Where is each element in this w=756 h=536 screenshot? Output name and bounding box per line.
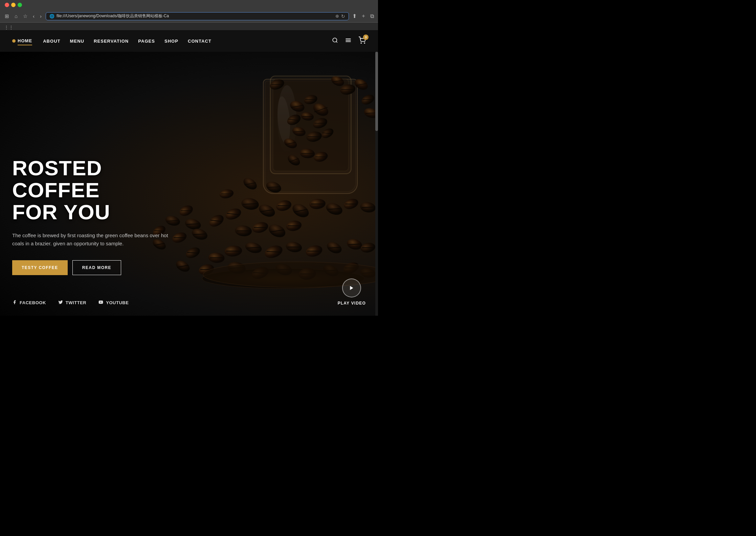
browser-chrome: ⊞ ⌂ ☆ ‹ › 🌐 ⊕ ↻ ⬆ ＋ ⧉ ⋮⋮ <box>0 0 378 30</box>
browser-tab-bar: ⋮⋮ <box>0 23 378 30</box>
hero-content: ROSTED COFFEE FOR YOU The coffee is brew… <box>0 157 196 275</box>
facebook-icon <box>12 300 17 306</box>
svg-marker-135 <box>350 286 353 290</box>
nav-link-shop[interactable]: SHOP <box>164 37 178 45</box>
nav-link-contact[interactable]: CONTACT <box>188 37 212 45</box>
address-input[interactable] <box>57 14 333 19</box>
svg-point-5 <box>364 43 365 43</box>
nav-logo[interactable]: HOME <box>12 37 32 45</box>
nav-link-menu[interactable]: MENU <box>70 37 84 45</box>
forward-button[interactable]: › <box>39 13 43 19</box>
search-icon <box>332 37 338 43</box>
play-icon <box>349 285 354 291</box>
home-button[interactable]: ⌂ <box>13 13 19 19</box>
cart-badge: 3 <box>363 35 369 40</box>
globe-icon: 🌐 <box>49 14 54 19</box>
testy-coffee-button[interactable]: TESTY COFFEE <box>12 260 68 275</box>
grid-dots-icon: ⋮⋮ <box>4 25 14 30</box>
browser-titlebar <box>0 0 378 10</box>
traffic-lights <box>5 3 22 7</box>
svg-point-0 <box>333 38 337 42</box>
toolbar-right: ⬆ ＋ ⧉ <box>352 12 375 20</box>
nav-link-home[interactable]: HOME <box>18 37 32 45</box>
twitter-icon <box>58 300 63 306</box>
read-more-button[interactable]: READ MORE <box>72 260 121 275</box>
twitter-link[interactable]: TWITTER <box>58 300 86 306</box>
hero-title: ROSTED COFFEE FOR YOU <box>12 157 184 223</box>
hero-description: The coffee is brewed by first roasting t… <box>12 231 175 248</box>
site-wrapper: HOME ABOUT MENU RESERVATION PAGES SHOP C… <box>0 30 378 316</box>
hero-social: FACEBOOK TWITTER YOUTUBE <box>12 300 129 306</box>
nav-link-pages[interactable]: PAGES <box>138 37 155 45</box>
nav-links: ABOUT MENU RESERVATION PAGES SHOP CONTAC… <box>43 37 332 45</box>
svg-point-4 <box>361 43 361 43</box>
hero-section: ROSTED COFFEE FOR YOU The coffee is brew… <box>0 52 378 316</box>
hero-buttons: TESTY COFFEE READ MORE <box>12 260 184 275</box>
nav-link-reservation[interactable]: RESERVATION <box>94 37 129 45</box>
new-tab-button[interactable]: ＋ <box>360 12 367 20</box>
youtube-link[interactable]: YOUTUBE <box>98 300 129 306</box>
search-button[interactable] <box>332 37 338 45</box>
bookmark-button[interactable]: ☆ <box>22 13 29 19</box>
copy-button[interactable]: ⧉ <box>370 13 375 20</box>
minimize-button[interactable] <box>11 3 16 7</box>
back-button[interactable]: ‹ <box>31 13 36 19</box>
hamburger-icon <box>345 37 352 44</box>
translate-icon[interactable]: ⊕ <box>335 14 339 19</box>
scrollbar[interactable] <box>375 52 378 316</box>
address-bar-wrap[interactable]: 🌐 ⊕ ↻ <box>46 12 349 20</box>
play-circle <box>342 278 361 297</box>
menu-button[interactable] <box>345 37 352 45</box>
reload-button[interactable]: ↻ <box>341 14 345 19</box>
browser-toolbar: ⊞ ⌂ ☆ ‹ › 🌐 ⊕ ↻ ⬆ ＋ ⧉ <box>0 10 378 23</box>
play-label: PLAY VIDEO <box>338 301 366 306</box>
play-video-button[interactable]: PLAY VIDEO <box>338 278 366 306</box>
close-button[interactable] <box>5 3 9 7</box>
cart-button[interactable]: 3 <box>358 37 366 46</box>
logo-dot-icon <box>12 39 16 43</box>
nav-right: 3 <box>332 37 366 46</box>
scrollbar-thumb[interactable] <box>375 52 378 131</box>
facebook-link[interactable]: FACEBOOK <box>12 300 46 306</box>
nav-link-about[interactable]: ABOUT <box>43 37 60 45</box>
maximize-button[interactable] <box>18 3 22 7</box>
site-nav: HOME ABOUT MENU RESERVATION PAGES SHOP C… <box>0 30 378 52</box>
sidebar-toggle-button[interactable]: ⊞ <box>3 13 10 19</box>
youtube-icon <box>98 300 103 306</box>
share-button[interactable]: ⬆ <box>352 12 357 20</box>
